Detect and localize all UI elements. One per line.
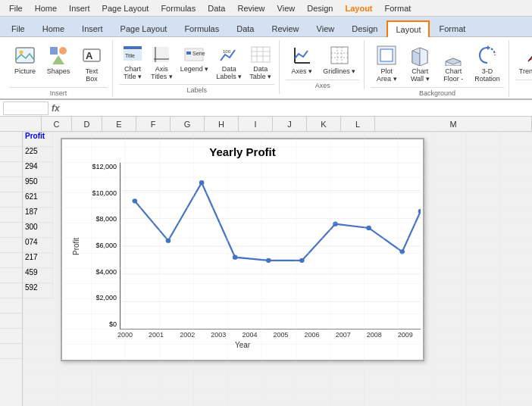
formula-input[interactable] — [63, 104, 529, 113]
svg-text:A: A — [86, 50, 93, 61]
y-axis-label: Profit — [72, 163, 84, 329]
svg-marker-32 — [412, 51, 420, 66]
cell-950[interactable]: 950 — [23, 177, 53, 192]
dot-2006 — [333, 222, 338, 226]
menu-view[interactable]: View — [271, 2, 302, 14]
button-trendline[interactable]: Trendlin... ▾ — [515, 40, 532, 78]
y-ticks: $12,000 $10,000 $8,000 $6,000 $4,000 $2,… — [86, 163, 120, 329]
menu-review[interactable]: Review — [231, 2, 271, 14]
button-gridlines[interactable]: Gridlines ▾ — [319, 40, 359, 78]
tab-file[interactable]: File — [3, 20, 33, 36]
cell-300[interactable]: 300 — [23, 223, 53, 238]
tab-design[interactable]: Design — [343, 20, 386, 36]
row-header-9 — [0, 253, 22, 268]
chart-title-label: ChartTitle ▾ — [124, 65, 142, 80]
cell-217[interactable]: 217 — [23, 253, 53, 268]
legend-label: Legend ▾ — [180, 65, 209, 73]
tab-formulas[interactable]: Formulas — [176, 20, 227, 36]
cell-187[interactable]: 187 — [23, 208, 53, 223]
svg-rect-17 — [252, 47, 270, 62]
x-label-2008: 2008 — [367, 331, 382, 339]
tab-insert[interactable]: Insert — [74, 20, 111, 36]
col-header-f: F — [136, 117, 171, 131]
cells-area: Profit 225 294 950 621 187 300 074 217 4… — [23, 132, 532, 406]
menu-file[interactable]: File — [3, 2, 29, 14]
y-tick-10000: $10,000 — [86, 189, 117, 197]
y-tick-4000: $4,000 — [86, 268, 117, 276]
dot-2007 — [366, 226, 371, 230]
y-tick-12000: $12,000 — [86, 163, 117, 170]
ribbon-group-analysis: Trendlin... ▾ — [511, 40, 532, 82]
fx-icon: fx — [52, 103, 60, 114]
name-box[interactable] — [3, 102, 49, 115]
chart-floor-label: ChartFloor - — [443, 67, 463, 83]
col-header-d: D — [72, 117, 102, 131]
tab-layout[interactable]: Layout — [386, 20, 430, 37]
menu-page-layout[interactable]: Page Layout — [96, 2, 155, 14]
picture-icon — [13, 43, 37, 67]
chart-container[interactable]: Yearly Profit Profit $12,000 $10,000 $8,… — [61, 138, 424, 361]
x-label-2006: 2006 — [305, 331, 320, 339]
ribbon-group-background: PlotArea ▾ ChartWall ▾ ChartFloor - — [366, 40, 509, 97]
button-chart-wall[interactable]: ChartWall ▾ — [404, 40, 436, 86]
chart-line — [135, 183, 421, 261]
menu-home[interactable]: Home — [29, 2, 63, 14]
tab-data[interactable]: Data — [228, 20, 262, 36]
dot-2000 — [133, 198, 138, 203]
button-chart-floor[interactable]: ChartFloor - — [437, 40, 469, 86]
chart-plot-area: Profit $12,000 $10,000 $8,000 $6,000 $4,… — [72, 163, 421, 329]
axes-icon — [289, 43, 314, 67]
menu-insert[interactable]: Insert — [63, 2, 96, 14]
button-picture[interactable]: Picture — [9, 40, 41, 78]
button-3d-rotation[interactable]: 3-DRotation — [471, 40, 504, 86]
button-data-table[interactable]: DataTable ▾ — [246, 42, 274, 83]
axes-group-label: Axes — [286, 80, 359, 89]
row-header-1 — [0, 132, 22, 147]
button-axis-titles[interactable]: AxisTitles ▾ — [148, 42, 176, 83]
y-tick-2000: $2,000 — [86, 294, 117, 301]
tab-review[interactable]: Review — [263, 20, 307, 36]
row-header-13 — [0, 314, 22, 329]
svg-rect-10 — [152, 47, 169, 62]
menu-design[interactable]: Design — [301, 2, 339, 14]
x-label-2002: 2002 — [180, 331, 195, 339]
cell-592[interactable]: 592 — [23, 283, 53, 298]
cell-294[interactable]: 294 — [23, 162, 53, 177]
menu-layout[interactable]: Layout — [339, 2, 378, 14]
menu-formulas[interactable]: Formulas — [155, 2, 202, 14]
tab-page-layout[interactable]: Page Layout — [112, 20, 176, 36]
button-data-labels[interactable]: 100 DataLabels ▾ — [213, 42, 245, 83]
y-tick-8000: $8,000 — [86, 215, 117, 223]
button-chart-title[interactable]: Title ChartTitle ▾ — [119, 42, 146, 83]
dot-2002 — [199, 180, 205, 185]
x-label-2003: 2003 — [211, 331, 226, 339]
svg-rect-30 — [380, 49, 393, 61]
tab-home[interactable]: Home — [34, 20, 73, 36]
chart-floor-icon — [441, 43, 465, 67]
sheet-body: Profit 225 294 950 621 187 300 074 217 4… — [0, 132, 532, 406]
cell-621[interactable]: 621 — [23, 192, 53, 208]
shapes-label: Shapes — [47, 67, 70, 75]
cell-074[interactable]: 074 — [23, 238, 53, 253]
button-textbox[interactable]: A TextBox — [76, 40, 108, 86]
button-axes[interactable]: Axes ▾ — [286, 40, 318, 78]
cell-459[interactable]: 459 — [23, 268, 53, 283]
menu-data[interactable]: Data — [202, 2, 231, 14]
chart-wall-icon — [408, 43, 432, 67]
menu-bar: File Home Insert Page Layout Formulas Da… — [0, 0, 532, 17]
cell-profit[interactable]: Profit — [23, 132, 53, 147]
legend-icon: Series — [183, 44, 205, 65]
cell-225[interactable]: 225 — [23, 147, 53, 162]
main-area: C D E F G H I J K L M — [0, 117, 532, 406]
tab-view[interactable]: View — [308, 20, 343, 36]
trendline-label: Trendlin... ▾ — [519, 67, 532, 75]
menu-format[interactable]: Format — [379, 2, 418, 14]
svg-text:Title: Title — [125, 53, 135, 58]
button-shapes[interactable]: Shapes — [42, 40, 74, 78]
picture-label: Picture — [14, 67, 36, 75]
tab-format[interactable]: Format — [430, 20, 474, 36]
button-legend[interactable]: Series Legend ▾ — [177, 42, 212, 75]
x-label-2009: 2009 — [398, 331, 413, 339]
axis-titles-icon — [151, 44, 172, 65]
button-plot-area[interactable]: PlotArea ▾ — [371, 40, 402, 86]
